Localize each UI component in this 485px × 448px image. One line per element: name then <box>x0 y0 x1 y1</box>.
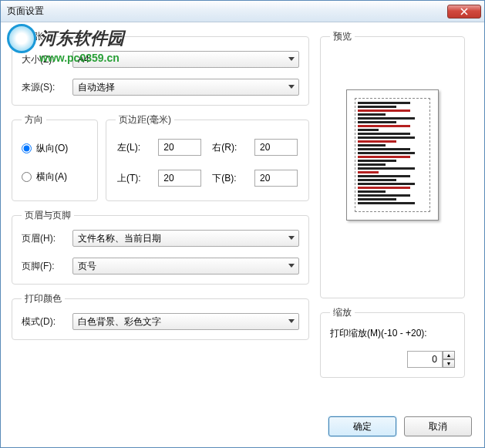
source-value: 自动选择 <box>78 81 115 94</box>
size-value: A4 <box>78 54 89 65</box>
mode-value: 白色背景、彩色文字 <box>78 315 161 328</box>
scale-fieldset: 缩放 打印缩放(M)(-10 - +20): ▲ ▼ <box>320 306 465 378</box>
footer-label: 页脚(F): <box>22 260 72 273</box>
mode-label: 模式(D): <box>22 315 72 328</box>
footer-select[interactable]: 页号 <box>72 258 299 275</box>
paper-legend: 纸张 <box>22 30 46 43</box>
margin-right-input[interactable] <box>254 139 298 156</box>
margin-top-input[interactable] <box>158 170 201 187</box>
headerfooter-legend: 页眉与页脚 <box>22 209 74 222</box>
window-title: 页面设置 <box>7 5 447 18</box>
margin-left-label: 左(L): <box>117 141 147 154</box>
source-label: 来源(S): <box>22 81 72 94</box>
scale-input[interactable] <box>407 351 443 368</box>
source-select[interactable]: 自动选择 <box>72 79 299 96</box>
headerfooter-fieldset: 页眉与页脚 页眉(H): 文件名称、当前日期 页脚(F): 页号 <box>12 209 309 285</box>
chevron-down-icon <box>288 264 295 268</box>
mode-select[interactable]: 白色背景、彩色文字 <box>72 313 299 330</box>
footer-value: 页号 <box>78 260 96 273</box>
close-icon <box>460 8 468 15</box>
portrait-radio[interactable] <box>22 143 32 153</box>
chevron-down-icon <box>288 236 295 240</box>
margins-legend: 页边距(毫米) <box>116 113 174 126</box>
titlebar: 页面设置 <box>1 1 484 22</box>
margin-top-label: 上(T): <box>117 172 147 185</box>
landscape-radio-row[interactable]: 横向(A) <box>22 170 88 184</box>
size-label: 大小(Z): <box>22 53 72 66</box>
scale-legend: 缩放 <box>330 306 355 319</box>
size-select[interactable]: A4 <box>72 51 299 68</box>
ok-button[interactable]: 确定 <box>328 416 396 436</box>
portrait-radio-row[interactable]: 纵向(O) <box>22 142 88 155</box>
printcolor-fieldset: 打印颜色 模式(D): 白色背景、彩色文字 <box>12 292 309 340</box>
margin-bottom-input[interactable] <box>254 170 298 187</box>
preview-fieldset: 预览 <box>320 30 465 298</box>
margin-bottom-label: 下(B): <box>212 172 244 185</box>
landscape-radio[interactable] <box>22 172 32 182</box>
close-button[interactable] <box>447 5 481 19</box>
cancel-button[interactable]: 取消 <box>404 416 472 436</box>
preview-legend: 预览 <box>330 30 355 43</box>
margin-left-input[interactable] <box>158 139 201 156</box>
dialog-footer: 确定 取消 <box>328 416 472 436</box>
portrait-label: 纵向(O) <box>36 142 68 155</box>
orientation-legend: 方向 <box>22 113 46 126</box>
spin-up-button[interactable]: ▲ <box>443 351 455 359</box>
margin-right-label: 右(R): <box>212 141 244 154</box>
preview-page <box>346 89 439 221</box>
scale-label: 打印缩放(M)(-10 - +20): <box>330 327 455 340</box>
header-select[interactable]: 文件名称、当前日期 <box>72 230 299 247</box>
header-label: 页眉(H): <box>22 232 72 245</box>
orientation-fieldset: 方向 纵向(O) 横向(A) <box>12 113 98 201</box>
chevron-down-icon <box>288 85 295 89</box>
landscape-label: 横向(A) <box>36 170 67 184</box>
header-value: 文件名称、当前日期 <box>78 232 161 245</box>
printcolor-legend: 打印颜色 <box>22 292 65 305</box>
chevron-down-icon <box>288 57 295 61</box>
page-setup-dialog: 页面设置 河东软件园 www.pc0359.cn 纸张 大小(Z): A4 <box>0 0 485 448</box>
margins-fieldset: 页边距(毫米) 左(L): 右(R): 上(T): 下(B): <box>106 113 309 201</box>
spin-down-button[interactable]: ▼ <box>443 359 455 368</box>
scale-spinner[interactable]: ▲ ▼ <box>407 351 455 368</box>
chevron-down-icon <box>288 319 295 323</box>
paper-fieldset: 纸张 大小(Z): A4 来源(S): 自动选择 <box>12 30 309 106</box>
